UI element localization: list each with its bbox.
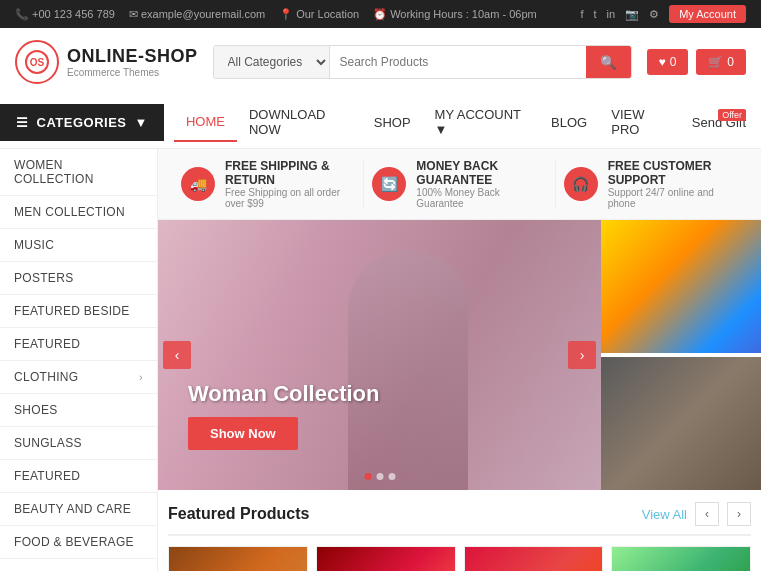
sidebar-item-featured-beside[interactable]: FEATURED BESIDE — [0, 295, 157, 328]
nav-bar: ☰ CATEGORIES ▼ HOME DOWNLOAD NOW SHOP MY… — [0, 96, 761, 149]
banner-overlay: Woman Collection Show Now — [188, 381, 380, 450]
phone-info: 📞 +00 123 456 789 — [15, 8, 115, 21]
sidebar-item-food[interactable]: FOOD & BEVERAGE — [0, 526, 157, 559]
search-bar: All Categories 🔍 — [213, 45, 632, 79]
social-linkedin[interactable]: in — [607, 8, 616, 20]
wishlist-button[interactable]: ♥ 0 — [647, 49, 689, 75]
side-banner-woman — [601, 357, 761, 490]
logo-svg: OS — [23, 48, 51, 76]
banner-dot-3[interactable] — [388, 473, 395, 480]
chevron-down-icon: ▼ — [135, 115, 148, 130]
logo: OS ONLINE-SHOP Ecommerce Themes — [15, 40, 198, 84]
top-bar-left: 📞 +00 123 456 789 ✉ example@youremail.co… — [15, 8, 537, 21]
view-all-link[interactable]: View All — [642, 507, 687, 522]
cart-button[interactable]: 🛒 0 — [696, 49, 746, 75]
top-bar-right: f t in 📷 ⚙ My Account — [580, 5, 746, 23]
heart-icon: ♥ — [659, 55, 666, 69]
feature-shipping-text: FREE SHIPPING & RETURN Free Shipping on … — [225, 159, 355, 209]
chevron-left-icon: ‹ — [175, 347, 180, 363]
product-card-4[interactable] — [611, 546, 751, 571]
sidebar-item-women[interactable]: WOMEN COLLECTION — [0, 149, 157, 196]
chevron-right-icon: › — [580, 347, 585, 363]
sidebar-item-clothing[interactable]: CLOTHING › — [0, 361, 157, 394]
social-settings[interactable]: ⚙ — [649, 8, 659, 21]
nav-links: HOME DOWNLOAD NOW SHOP MY ACCOUNT ▼ BLOG… — [164, 96, 692, 148]
social-facebook[interactable]: f — [580, 8, 583, 20]
sidebar-item-music[interactable]: MUSIC — [0, 229, 157, 262]
search-button[interactable]: 🔍 — [586, 46, 631, 78]
sidebar-item-sunglass[interactable]: SUNGLASS — [0, 427, 157, 460]
social-instagram[interactable]: 📷 — [625, 8, 639, 21]
featured-controls: View All ‹ › — [642, 502, 751, 526]
feature-support: 🎧 FREE CUSTOMER SUPPORT Support 24/7 onl… — [556, 159, 746, 209]
banner-next-button[interactable]: › — [568, 341, 596, 369]
categories-button[interactable]: ☰ CATEGORIES ▼ — [0, 104, 164, 141]
product-card-1[interactable] — [168, 546, 308, 571]
feature-shipping: 🚚 FREE SHIPPING & RETURN Free Shipping o… — [173, 159, 364, 209]
sidebar-item-posters[interactable]: POSTERS — [0, 262, 157, 295]
sidebar-item-shoes[interactable]: SHOES — [0, 394, 157, 427]
main-container: WOMEN COLLECTION MEN COLLECTION MUSIC PO… — [0, 149, 761, 571]
features-bar: 🚚 FREE SHIPPING & RETURN Free Shipping o… — [158, 149, 761, 220]
logo-text: ONLINE-SHOP Ecommerce Themes — [67, 46, 198, 78]
svg-text:OS: OS — [30, 57, 45, 68]
feature-moneyback: 🔄 MONEY BACK GUARANTEE 100% Money Back G… — [364, 159, 555, 209]
banner-prev-button[interactable]: ‹ — [163, 341, 191, 369]
chevron-right-icon: › — [139, 371, 143, 383]
send-gift-wrap: Offer Send Gift — [692, 115, 746, 130]
product-card-3[interactable] — [464, 546, 604, 571]
truck-icon: 🚚 — [181, 167, 215, 201]
sidebar-item-men[interactable]: MEN COLLECTION — [0, 196, 157, 229]
my-account-button[interactable]: My Account — [669, 5, 746, 23]
banner-dot-1[interactable] — [364, 473, 371, 480]
nav-myaccount[interactable]: MY ACCOUNT ▼ — [423, 96, 540, 148]
sidebar-item-beauty[interactable]: BEAUTY AND CARE — [0, 493, 157, 526]
nav-viewpro[interactable]: VIEW PRO — [599, 96, 682, 148]
cart-icon: 🛒 — [708, 55, 723, 69]
product-grid — [168, 546, 751, 571]
side-banners — [601, 220, 761, 490]
banner-row: Woman Collection Show Now ‹ › — [158, 220, 761, 490]
logo-title: ONLINE-SHOP — [67, 46, 198, 67]
nav-right: Offer Send Gift — [692, 115, 761, 130]
main-banner: Woman Collection Show Now ‹ › — [158, 220, 601, 490]
product-card-2[interactable] — [316, 546, 456, 571]
product-image-3 — [465, 547, 603, 571]
featured-next-button[interactable]: › — [727, 502, 751, 526]
featured-prev-button[interactable]: ‹ — [695, 502, 719, 526]
sidebar-item-featured-2[interactable]: FEATURED — [0, 460, 157, 493]
nav-shop[interactable]: SHOP — [362, 104, 423, 141]
sidebar: WOMEN COLLECTION MEN COLLECTION MUSIC PO… — [0, 149, 158, 571]
banner-dots — [364, 473, 395, 480]
clock-icon: ⏰ — [373, 8, 387, 21]
nav-download[interactable]: DOWNLOAD NOW — [237, 96, 362, 148]
email-info: ✉ example@youremail.com — [129, 8, 265, 21]
search-input[interactable] — [330, 46, 586, 78]
content-area: 🚚 FREE SHIPPING & RETURN Free Shipping o… — [158, 149, 761, 571]
location-icon: 📍 — [279, 8, 293, 21]
show-now-button[interactable]: Show Now — [188, 417, 298, 450]
logo-icon: OS — [15, 40, 59, 84]
side-banner-boy — [601, 220, 761, 355]
category-select[interactable]: All Categories — [214, 46, 330, 78]
product-image-1 — [169, 547, 307, 571]
phone-icon: 📞 — [15, 8, 29, 21]
product-image-2 — [317, 547, 455, 571]
nav-blog[interactable]: BLOG — [539, 104, 599, 141]
banner-dot-2[interactable] — [376, 473, 383, 480]
feature-support-text: FREE CUSTOMER SUPPORT Support 24/7 onlin… — [608, 159, 738, 209]
header-icons: ♥ 0 🛒 0 — [647, 49, 747, 75]
offer-badge: Offer — [718, 109, 746, 121]
nav-home[interactable]: HOME — [174, 103, 237, 142]
featured-title: Featured Products — [168, 505, 309, 523]
hours-info: ⏰ Working Hours : 10am - 06pm — [373, 8, 537, 21]
prev-icon: ‹ — [705, 507, 709, 521]
feature-moneyback-text: MONEY BACK GUARANTEE 100% Money Back Gua… — [416, 159, 546, 209]
sidebar-item-featured-1[interactable]: FEATURED — [0, 328, 157, 361]
social-twitter[interactable]: t — [594, 8, 597, 20]
next-icon: › — [737, 507, 741, 521]
top-bar: 📞 +00 123 456 789 ✉ example@youremail.co… — [0, 0, 761, 28]
featured-header: Featured Products View All ‹ › — [168, 502, 751, 536]
headset-icon: 🎧 — [564, 167, 598, 201]
featured-section: Featured Products View All ‹ › — [158, 490, 761, 571]
